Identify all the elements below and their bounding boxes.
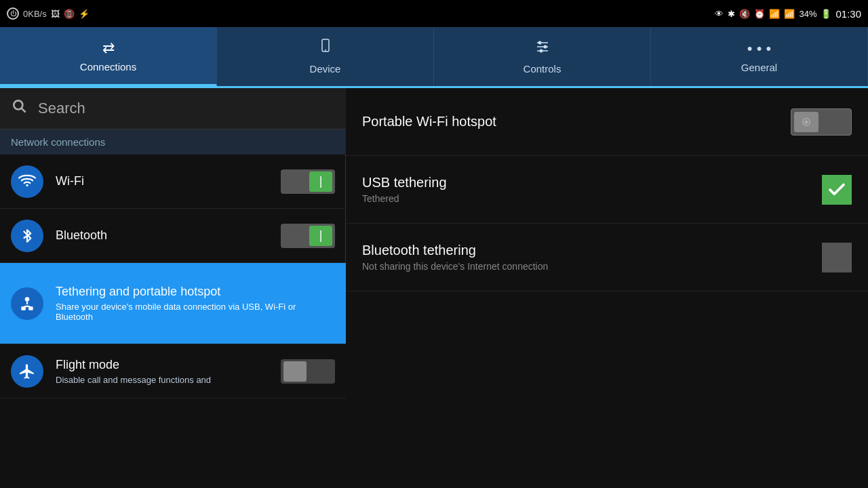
svg-rect-13 [28,306,33,310]
bluetooth-tethering-text: Bluetooth tethering Not sharing this dev… [362,243,822,272]
tab-bar: ⇄ Connections Device Controls • • • Gene… [0,27,868,88]
flight-toggle[interactable] [281,359,335,384]
sidebar: Network connections Wi-Fi | [0,88,346,488]
phone-icon: 📵 [64,9,75,19]
controls-icon [534,39,551,59]
usb-tethering-row[interactable]: USB tethering Tethered [346,156,868,224]
wifi-status-icon: 📶 [769,9,780,19]
bluetooth-status-icon: ✱ [728,9,735,19]
sidebar-item-bluetooth[interactable]: Bluetooth | [0,209,346,263]
search-icon [11,98,28,119]
usb-icon: ⚡ [79,9,90,19]
battery-icon: 🔋 [821,9,831,19]
svg-point-7 [539,49,542,53]
bluetooth-tethering-row[interactable]: Bluetooth tethering Not sharing this dev… [346,224,868,291]
circle-icon: ⏻ [7,7,19,20]
tab-connections[interactable]: ⇄ Connections [0,27,217,86]
usb-tethering-checkbox[interactable] [822,175,852,205]
svg-point-11 [25,297,30,302]
flight-text: Flight mode Disable call and message fun… [56,358,275,385]
device-icon [317,39,334,59]
network-connections-header: Network connections [0,129,346,155]
tab-controls-label: Controls [524,63,561,75]
hotspot-thumb [794,112,818,132]
connections-icon: ⇄ [102,39,115,57]
tab-general-label: General [741,62,777,73]
bluetooth-text: Bluetooth [56,228,275,243]
speed-indicator: 0KB/s [23,9,47,19]
search-input[interactable] [38,100,335,117]
sidebar-item-wifi[interactable]: Wi-Fi | [0,155,346,209]
sidebar-item-flight[interactable]: Flight mode Disable call and message fun… [0,344,346,399]
wifi-icon [11,165,43,198]
wifi-toggle[interactable]: | [281,169,335,194]
svg-point-6 [543,45,547,49]
status-left: ⏻ 0KB/s 🖼 📵 ⚡ [7,7,90,20]
battery-percent: 34% [799,9,816,19]
bluetooth-tethering-checkbox[interactable] [822,243,852,272]
general-icon: • • • [747,40,771,58]
tab-controls[interactable]: Controls [434,27,651,86]
main-area: Network connections Wi-Fi | [0,88,868,488]
usb-tethering-text: USB tethering Tethered [362,175,822,204]
svg-point-1 [325,49,326,51]
right-panel: Portable Wi-Fi hotspot USB tethering Tet… [346,88,868,488]
mute-icon: 🔇 [739,9,750,19]
tab-general[interactable]: • • • General [651,27,868,86]
time-display: 01:30 [835,8,861,20]
tethering-text: Tethering and portable hotspot Share you… [56,285,335,322]
signal-icon: 📶 [784,9,795,19]
svg-line-9 [22,108,26,113]
sidebar-item-tethering[interactable]: Tethering and portable hotspot Share you… [0,263,346,344]
svg-point-8 [14,100,22,109]
flight-icon [11,355,43,388]
status-bar: ⏻ 0KB/s 🖼 📵 ⚡ 👁 ✱ 🔇 ⏰ 📶 📶 34% 🔋 01:30 [0,0,868,27]
bluetooth-toggle[interactable]: | [281,224,335,248]
tab-device-label: Device [310,63,341,75]
portable-hotspot-row[interactable]: Portable Wi-Fi hotspot [346,88,868,156]
status-right: 👁 ✱ 🔇 ⏰ 📶 📶 34% 🔋 01:30 [715,8,861,20]
alarm-icon: ⏰ [754,9,765,19]
portable-hotspot-toggle[interactable] [791,108,852,136]
tethering-icon [11,287,43,320]
bluetooth-icon [11,220,43,252]
tab-connections-label: Connections [80,61,136,73]
svg-point-14 [291,367,299,375]
tab-device[interactable]: Device [217,27,434,86]
wifi-text: Wi-Fi [56,174,275,188]
search-box[interactable] [0,88,346,129]
svg-point-16 [804,120,808,123]
image-icon: 🖼 [51,9,60,19]
portable-hotspot-text: Portable Wi-Fi hotspot [362,114,791,129]
svg-rect-12 [21,306,25,310]
svg-point-10 [26,184,28,186]
eye-icon: 👁 [715,9,724,19]
svg-point-5 [538,41,541,45]
